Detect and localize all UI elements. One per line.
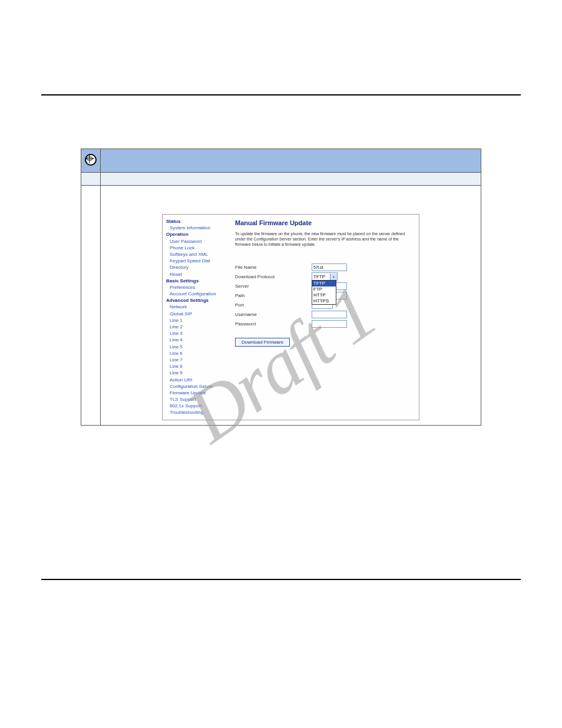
procedure-table: Status System Information Operation User… [81, 149, 481, 426]
dropdown-option[interactable]: TFTP [312, 281, 336, 286]
sidebar-item[interactable]: Troubleshooting [170, 409, 228, 416]
label-server: Server [235, 284, 312, 289]
sidebar-item[interactable]: Line 4 [170, 337, 228, 343]
sidebar-item[interactable]: Line 8 [170, 363, 228, 370]
header-rule [41, 94, 521, 95]
sidebar-item[interactable]: Line 2 [170, 324, 228, 330]
label-username: Username [235, 312, 312, 317]
webui-screenshot: Status System Information Operation User… [162, 214, 419, 420]
footer-rule [41, 579, 521, 580]
sidebar-item[interactable]: Line 5 [170, 344, 228, 350]
aastra-web-ui-icon-cell [81, 149, 101, 173]
sidebar-header-status: Status [166, 218, 228, 225]
main-panel: Manual Firmware Update To update the fir… [230, 215, 419, 420]
aastra-web-ui-header [101, 149, 481, 173]
dropdown-option[interactable]: HTTPS [312, 298, 336, 304]
sidebar-item[interactable]: Account Configuration [170, 291, 228, 297]
sidebar-item[interactable]: Line 1 [170, 317, 228, 324]
dropdown-option[interactable]: HTTP [312, 292, 336, 298]
download-firmware-button[interactable]: Download Firmware [235, 338, 290, 347]
sidebar-item[interactable]: Softkeys and XML [170, 251, 228, 258]
sidebar-header-advanced: Advanced Settings [166, 297, 228, 304]
input-username[interactable] [312, 311, 347, 318]
sidebar-item[interactable]: Line 7 [170, 357, 228, 363]
sidebar-item[interactable]: System Information [170, 225, 228, 231]
label-port: Port [235, 302, 312, 308]
globe-icon [85, 154, 97, 166]
sidebar-item[interactable]: Phone Lock [170, 245, 228, 251]
sidebar-item[interactable]: TLS Support [170, 396, 228, 403]
sidebar-item[interactable]: Line 9 [170, 370, 228, 376]
sidebar-item[interactable]: Action URI [170, 377, 228, 383]
sidebar-item[interactable]: Line 6 [170, 350, 228, 357]
page-title: Manual Firmware Update [235, 219, 413, 226]
sidebar-item[interactable]: 802.1x Support [170, 403, 228, 409]
sidebar-item[interactable]: Line 3 [170, 330, 228, 337]
chevron-down-icon: ▾ [330, 274, 337, 280]
label-password: Password [235, 321, 312, 327]
sidebar-item[interactable]: Directory [170, 264, 228, 271]
sidebar-item[interactable]: Keypad Speed Dial [170, 258, 228, 264]
input-password[interactable] [312, 320, 347, 328]
step-desc-cell [101, 173, 481, 186]
sidebar-header-operation: Operation [166, 231, 228, 238]
sidebar-item[interactable]: Preferences [170, 284, 228, 291]
label-file-name: File Name [235, 265, 312, 270]
select-protocol-value: TFTP [313, 274, 325, 279]
sidebar-item[interactable]: Firmware Update [170, 390, 228, 396]
page-desc: To update the firmware on the phone, the… [235, 231, 413, 247]
sidebar-header-basic: Basic Settings [166, 278, 228, 284]
label-protocol: Download Protocol [235, 274, 312, 279]
sidebar-item[interactable]: Network [170, 304, 228, 310]
label-path: Path [235, 293, 312, 298]
step-label-cell [81, 173, 101, 186]
sidebar-item[interactable]: User Password [170, 238, 228, 245]
sidebar-item[interactable]: Configuration Server [170, 383, 228, 390]
input-file-name[interactable] [312, 263, 347, 271]
step-content-cell: Status System Information Operation User… [101, 186, 481, 426]
sidebar-item[interactable]: Global SIP [170, 311, 228, 317]
sidebar-nav: Status System Information Operation User… [163, 215, 230, 420]
step-number-cell [81, 186, 101, 426]
dropdown-list: TFTP FTP HTTP HTTPS [312, 280, 336, 305]
dropdown-option[interactable]: FTP [312, 286, 336, 292]
sidebar-item[interactable]: Reset [170, 271, 228, 278]
